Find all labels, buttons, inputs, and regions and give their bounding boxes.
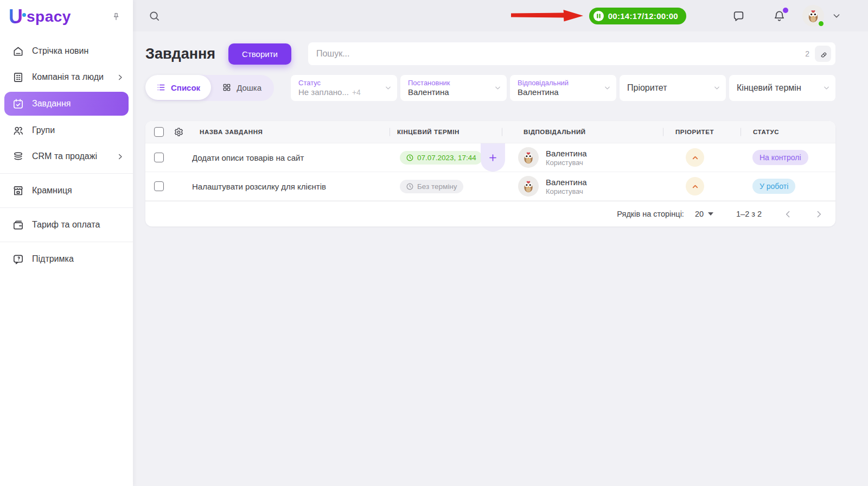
pin-sidebar-button[interactable] <box>110 11 122 23</box>
previous-page-button[interactable] <box>783 210 793 219</box>
tasks-table: НАЗВА ЗАВДАННЯ КІНЦЕВИЙ ТЕРМІН ВІДПОВІДА… <box>145 121 835 226</box>
plus-icon <box>488 153 498 163</box>
tab-board-view[interactable]: Дошка <box>211 75 272 100</box>
logo-dot-icon <box>22 13 26 17</box>
filter-label: Відповідальний <box>518 79 600 87</box>
task-row: Налаштувати розсилку для клієнтів Без те… <box>145 172 835 201</box>
caret-down-icon <box>708 212 713 216</box>
rows-per-page-select[interactable]: 20 <box>695 210 713 218</box>
assignee-role: Користувач <box>546 187 587 196</box>
assignee-name: Валентина <box>546 177 587 187</box>
work-timer-badge[interactable]: 00:14:17/12:00:00 <box>589 8 686 24</box>
view-switcher: Список Дошка <box>145 75 274 101</box>
sidebar-divider <box>0 173 133 174</box>
filter-value: Валентина <box>408 87 490 97</box>
clear-filters-button[interactable] <box>815 46 831 62</box>
filters-bar: Статус Не заплано...+4 Постановник Вален… <box>291 75 835 101</box>
priority-indicator[interactable] <box>686 148 704 167</box>
task-name[interactable]: Налаштувати розсилку для клієнтів <box>192 182 390 191</box>
page-title: Завдання <box>145 46 215 62</box>
filter-assignee[interactable]: Відповідальний Валентина <box>510 75 616 101</box>
support-icon <box>12 253 24 266</box>
table-header-row: НАЗВА ЗАВДАННЯ КІНЦЕВИЙ ТЕРМІН ВІДПОВІДА… <box>145 121 835 143</box>
sidebar-item-support[interactable]: Підтримка <box>0 246 133 272</box>
global-search-button[interactable] <box>148 10 161 22</box>
home-icon <box>12 45 24 58</box>
timer-value: 00:14:17/12:00:00 <box>608 11 678 21</box>
wallet-icon <box>12 219 24 231</box>
groups-icon <box>12 124 24 137</box>
active-filter-count: 2 <box>805 49 809 58</box>
chevron-down-icon <box>603 84 611 92</box>
tab-list-view[interactable]: Список <box>145 75 211 100</box>
status-badge[interactable]: У роботі <box>752 179 795 194</box>
chevron-down-icon <box>713 84 721 92</box>
assignee-avatar <box>518 176 539 197</box>
sidebar-item-store[interactable]: Крамниця <box>0 178 133 204</box>
filter-label: Постановник <box>408 79 490 87</box>
filter-priority[interactable]: Пріоритет <box>620 75 726 101</box>
sidebar-item-groups[interactable]: Групи <box>0 117 133 143</box>
chevron-right-icon <box>814 210 824 219</box>
row-checkbox[interactable] <box>154 181 164 191</box>
filter-status[interactable]: Статус Не заплано...+4 <box>291 75 397 101</box>
messages-button[interactable] <box>732 9 745 23</box>
filter-author[interactable]: Постановник Валентина <box>400 75 507 101</box>
tab-label: Список <box>171 83 200 92</box>
sidebar-item-tasks[interactable]: Завдання <box>4 92 129 116</box>
sidebar-item-label: Завдання <box>32 99 124 109</box>
sidebar: U spacy Стрічка новин Компанія та люди З… <box>0 0 133 486</box>
row-checkbox[interactable] <box>154 153 164 162</box>
sidebar-item-label: Підтримка <box>32 254 124 264</box>
eraser-icon <box>819 49 828 59</box>
deadline-badge[interactable]: Без терміну <box>400 180 463 193</box>
priority-indicator[interactable] <box>686 177 704 195</box>
user-avatar[interactable] <box>802 5 824 27</box>
tab-label: Дошка <box>237 83 261 92</box>
chat-icon <box>732 9 745 23</box>
search-icon <box>148 10 161 22</box>
owl-avatar <box>521 150 536 165</box>
rows-per-page-label: Рядків на сторінці: <box>617 210 684 218</box>
next-page-button[interactable] <box>814 210 824 219</box>
list-icon <box>156 83 166 92</box>
task-name[interactable]: Додати описи товарів на сайт <box>192 153 390 162</box>
crm-stack-icon <box>12 150 24 163</box>
chevron-up-icon <box>691 182 699 191</box>
sidebar-item-company-people[interactable]: Компанія та люди <box>0 64 133 90</box>
task-search-input[interactable] <box>308 42 835 65</box>
column-header-priority: ПРІОРИТЕТ <box>663 129 741 135</box>
chevron-down-icon <box>822 84 831 92</box>
sidebar-item-tariff[interactable]: Тариф та оплата <box>0 212 133 238</box>
chevron-down-icon <box>384 84 392 92</box>
app-logo[interactable]: U spacy <box>9 8 71 26</box>
clock-icon <box>406 182 414 191</box>
store-icon <box>12 185 24 197</box>
assignee-role: Користувач <box>546 159 587 167</box>
filter-label: Пріоритет <box>627 83 667 93</box>
table-pagination: Рядків на сторінці: 20 1–2 з 2 <box>145 201 835 226</box>
create-task-button[interactable]: Створити <box>228 43 291 65</box>
filter-deadline[interactable]: Кінцевий термін <box>729 75 835 101</box>
logo-mark: U <box>9 8 23 26</box>
user-menu-button[interactable] <box>832 11 841 20</box>
sidebar-item-crm[interactable]: CRM та продажі <box>0 143 133 169</box>
filter-label: Кінцевий термін <box>737 83 801 93</box>
sidebar-item-label: Тариф та оплата <box>32 220 124 230</box>
table-settings-button[interactable] <box>173 127 184 138</box>
notifications-button[interactable] <box>773 9 786 23</box>
logo-text: spacy <box>27 8 71 26</box>
notification-dot <box>783 8 788 13</box>
column-header-status: СТАТУС <box>741 129 835 135</box>
add-subtask-button[interactable] <box>481 143 505 172</box>
topbar: 00:14:17/12:00:00 <box>133 0 868 31</box>
status-badge[interactable]: На контролі <box>752 150 808 165</box>
clock-icon <box>406 154 414 162</box>
sidebar-item-label: Стрічка новин <box>32 46 124 56</box>
filter-label: Статус <box>298 79 381 87</box>
chevron-right-icon <box>116 153 124 161</box>
select-all-checkbox[interactable] <box>154 127 164 137</box>
deadline-badge[interactable]: 07.07.2023, 17:44 <box>400 151 482 165</box>
sidebar-item-news-feed[interactable]: Стрічка новин <box>0 38 133 64</box>
owl-avatar <box>521 179 536 194</box>
